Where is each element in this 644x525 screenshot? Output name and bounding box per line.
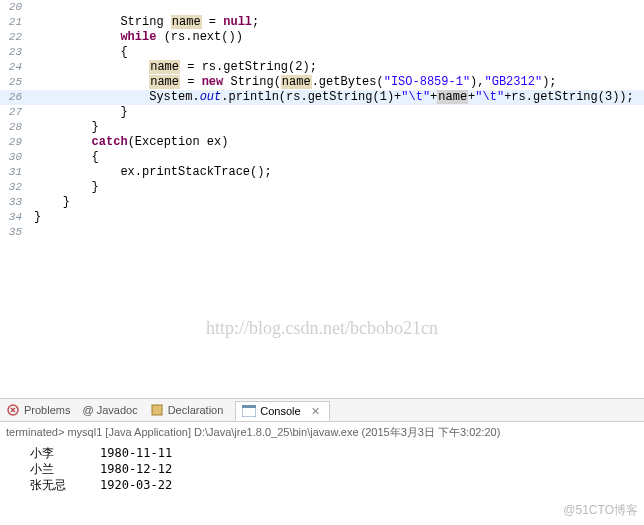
code-line[interactable]: 28 } (0, 120, 644, 135)
code-content[interactable]: ex.printStackTrace(); (26, 165, 644, 180)
line-number: 30 (0, 150, 26, 165)
tab-label: Problems (24, 404, 70, 416)
code-content[interactable]: System.out.println(rs.getString(1)+"\t"+… (26, 90, 644, 105)
line-number: 31 (0, 165, 26, 180)
tab-declaration[interactable]: Declaration (150, 403, 224, 417)
tab-label: Declaration (168, 404, 224, 416)
code-line[interactable]: 35 (0, 225, 644, 240)
line-number: 21 (0, 15, 26, 30)
code-line[interactable]: 30 { (0, 150, 644, 165)
code-line[interactable]: 24 name = rs.getString(2); (0, 60, 644, 75)
code-content[interactable]: } (26, 105, 644, 120)
svg-rect-3 (242, 405, 256, 408)
code-line[interactable]: 20 (0, 0, 644, 15)
code-content[interactable]: } (26, 195, 644, 210)
code-editor[interactable]: 2021 String name = null;22 while (rs.nex… (0, 0, 644, 398)
tab-javadoc[interactable]: @ Javadoc (82, 404, 137, 416)
views-tab-bar: Problems @ Javadoc Declaration Console ✕ (0, 398, 644, 422)
code-line[interactable]: 23 { (0, 45, 644, 60)
line-number: 27 (0, 105, 26, 120)
code-content[interactable]: catch(Exception ex) (26, 135, 644, 150)
code-line[interactable]: 29 catch(Exception ex) (0, 135, 644, 150)
svg-rect-1 (152, 405, 162, 415)
line-number: 35 (0, 225, 26, 240)
code-line[interactable]: 26 System.out.println(rs.getString(1)+"\… (0, 90, 644, 105)
tab-label: @ Javadoc (82, 404, 137, 416)
line-number: 22 (0, 30, 26, 45)
line-number: 20 (0, 0, 26, 15)
code-content[interactable]: { (26, 150, 644, 165)
problems-icon (6, 403, 20, 417)
console-output[interactable]: 小李1980-11-11小兰1980-12-12张无忌1920-03-22 (0, 443, 644, 495)
console-row: 小李1980-11-11 (30, 445, 614, 461)
code-line[interactable]: 22 while (rs.next()) (0, 30, 644, 45)
console-icon (242, 404, 256, 418)
watermark-text: http://blog.csdn.net/bcbobo21cn (0, 318, 644, 339)
code-content[interactable] (26, 225, 644, 240)
code-line[interactable]: 31 ex.printStackTrace(); (0, 165, 644, 180)
tab-console[interactable]: Console ✕ (235, 401, 329, 421)
code-line[interactable]: 32 } (0, 180, 644, 195)
code-line[interactable]: 21 String name = null; (0, 15, 644, 30)
line-number: 24 (0, 60, 26, 75)
code-content[interactable]: while (rs.next()) (26, 30, 644, 45)
line-number: 29 (0, 135, 26, 150)
line-number: 34 (0, 210, 26, 225)
code-line[interactable]: 25 name = new String(name.getBytes("ISO-… (0, 75, 644, 90)
line-number: 25 (0, 75, 26, 90)
code-content[interactable]: String name = null; (26, 15, 644, 30)
console-view: terminated> mysql1 [Java Application] D:… (0, 422, 644, 495)
console-row: 张无忌1920-03-22 (30, 477, 614, 493)
code-line[interactable]: 34} (0, 210, 644, 225)
code-content[interactable] (26, 0, 644, 15)
line-number: 26 (0, 90, 26, 105)
code-content[interactable]: } (26, 120, 644, 135)
code-content[interactable]: } (26, 210, 644, 225)
line-number: 28 (0, 120, 26, 135)
code-content[interactable]: name = rs.getString(2); (26, 60, 644, 75)
tab-problems[interactable]: Problems (6, 403, 70, 417)
line-number: 32 (0, 180, 26, 195)
code-content[interactable]: } (26, 180, 644, 195)
close-icon[interactable]: ✕ (309, 404, 323, 418)
console-launch-info: terminated> mysql1 [Java Application] D:… (0, 422, 644, 443)
code-line[interactable]: 33 } (0, 195, 644, 210)
declaration-icon (150, 403, 164, 417)
line-number: 23 (0, 45, 26, 60)
tab-label: Console (260, 405, 300, 417)
code-content[interactable]: { (26, 45, 644, 60)
console-row: 小兰1980-12-12 (30, 461, 614, 477)
corner-watermark: @51CTO博客 (563, 502, 638, 519)
code-line[interactable]: 27 } (0, 105, 644, 120)
line-number: 33 (0, 195, 26, 210)
code-content[interactable]: name = new String(name.getBytes("ISO-885… (26, 75, 644, 90)
